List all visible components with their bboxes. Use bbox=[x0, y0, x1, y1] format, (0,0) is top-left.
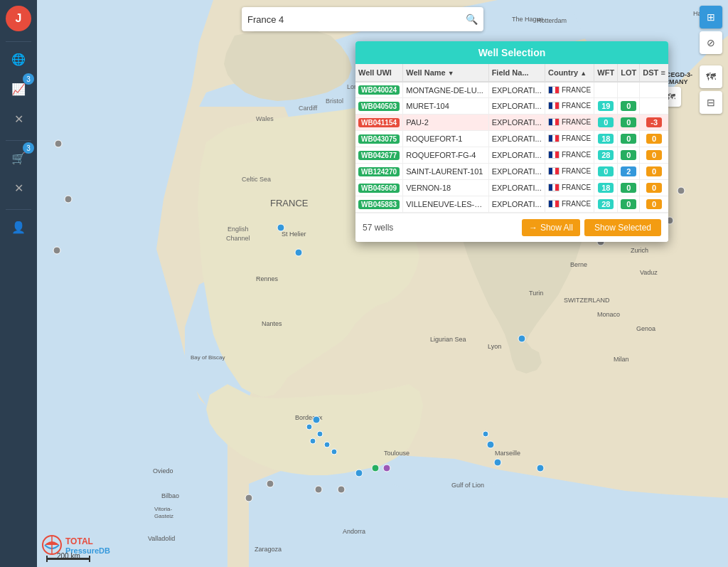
uwi-cell: WB043075 bbox=[355, 131, 403, 147]
dst-cell bbox=[640, 82, 668, 98]
svg-text:Andorra: Andorra bbox=[343, 528, 365, 535]
cart-badge: 3 bbox=[23, 142, 34, 154]
grid-select-btn[interactable]: ⊞ bbox=[700, 6, 722, 28]
well-name-cell: MONTAGNE-DE-LU... bbox=[403, 82, 488, 98]
svg-text:English: English bbox=[228, 226, 249, 233]
search-input[interactable] bbox=[247, 14, 466, 25]
col-lot[interactable]: LOT bbox=[618, 64, 640, 82]
svg-point-59 bbox=[267, 480, 274, 487]
dst-cell: 0 bbox=[640, 196, 668, 213]
layers-badge: 3 bbox=[23, 73, 34, 85]
table-row[interactable]: WB045609VERNON-18EXPLORATI... FRANCE 180… bbox=[355, 180, 668, 196]
col-wellname[interactable]: Well Name ▼ bbox=[403, 64, 488, 82]
dst-cell: -3 bbox=[640, 115, 668, 131]
user-nav-icon[interactable]: 👤 bbox=[6, 214, 31, 240]
modal-footer: 57 wells → Show All Show Selected bbox=[355, 213, 668, 242]
wft-cell: 0 bbox=[594, 115, 618, 131]
lot-cell: 0 bbox=[618, 115, 640, 131]
table-row[interactable]: WB043075ROQUEFORT-1EXPLORATI... FRANCE 1… bbox=[355, 131, 668, 147]
table-row[interactable]: WB040503MURET-104EXPLORATI... FRANCE 190 bbox=[355, 98, 668, 115]
dst-cell: 0 bbox=[640, 180, 668, 196]
clear-btn[interactable]: ⊘ bbox=[700, 31, 722, 54]
svg-text:Bristol: Bristol bbox=[326, 97, 343, 105]
show-all-icon: → bbox=[529, 223, 537, 233]
uwi-cell: WB040024 bbox=[355, 82, 403, 98]
svg-text:Cardiff: Cardiff bbox=[299, 105, 318, 112]
country-cell: FRANCE bbox=[545, 196, 594, 213]
svg-point-67 bbox=[55, 140, 62, 147]
svg-text:Turin: Turin bbox=[529, 290, 543, 297]
lot-cell bbox=[618, 82, 640, 98]
wft-cell bbox=[594, 82, 618, 98]
well-name-cell: VERNON-18 bbox=[403, 180, 488, 196]
svg-text:Oviedo: Oviedo bbox=[153, 467, 173, 475]
svg-text:Rennes: Rennes bbox=[256, 275, 279, 282]
map-view-btn[interactable]: 🗺 bbox=[700, 65, 722, 88]
svg-text:St Helier: St Helier bbox=[282, 230, 306, 238]
cart-nav-icon[interactable]: 🛒 3 bbox=[6, 145, 31, 171]
table-row[interactable]: WB042677ROQUEFORT-FG-4EXPLORATI... FRANC… bbox=[355, 147, 668, 164]
col-dst[interactable]: DST ≡ bbox=[640, 64, 668, 82]
field-name-cell: EXPLORATI... bbox=[488, 82, 545, 98]
svg-text:Nantes: Nantes bbox=[262, 320, 282, 327]
col-uwi[interactable]: Well UWI bbox=[355, 64, 403, 82]
field-name-cell: EXPLORATI... bbox=[488, 115, 545, 131]
layers-x-icon[interactable]: ✕ bbox=[6, 106, 31, 132]
well-table: Well UWI Well Name ▼ Field Na... Country… bbox=[355, 64, 668, 213]
sidebar-divider-1 bbox=[6, 41, 31, 42]
layers-nav-icon[interactable]: 📈 3 bbox=[6, 76, 31, 102]
svg-text:Gasteiz: Gasteiz bbox=[154, 513, 173, 519]
uwi-cell: WB041154 bbox=[355, 115, 403, 131]
sidebar-divider-2 bbox=[6, 140, 31, 141]
show-all-btn[interactable]: → Show All bbox=[522, 219, 580, 236]
scale-bar: 200 km bbox=[57, 552, 80, 560]
lot-cell: 0 bbox=[618, 147, 640, 164]
dst-cell: 0 bbox=[640, 147, 668, 164]
user-avatar[interactable]: J bbox=[6, 6, 31, 31]
svg-point-53 bbox=[483, 431, 488, 437]
svg-point-56 bbox=[678, 187, 685, 194]
sidebar-divider-3 bbox=[6, 209, 31, 210]
globe-nav-icon[interactable]: 🌐 bbox=[6, 46, 31, 72]
svg-point-41 bbox=[295, 249, 302, 256]
country-cell: FRANCE bbox=[545, 131, 594, 147]
svg-point-68 bbox=[65, 196, 72, 203]
svg-point-63 bbox=[355, 470, 363, 477]
svg-text:Genoa: Genoa bbox=[636, 325, 655, 332]
svg-point-50 bbox=[537, 465, 544, 472]
wft-cell: 28 bbox=[594, 147, 618, 164]
well-table-wrapper[interactable]: Well UWI Well Name ▼ Field Na... Country… bbox=[355, 64, 668, 213]
field-name-cell: EXPLORATI... bbox=[488, 98, 545, 115]
svg-text:Monaco: Monaco bbox=[597, 311, 620, 318]
svg-point-61 bbox=[315, 486, 322, 493]
table-row[interactable]: WB041154PAU-2EXPLORATI... FRANCE 00-3 bbox=[355, 115, 668, 131]
lot-cell: 0 bbox=[618, 180, 640, 196]
svg-point-62 bbox=[338, 486, 345, 493]
svg-point-47 bbox=[331, 449, 337, 455]
table-view-btn[interactable]: ⊟ bbox=[700, 91, 722, 114]
wft-cell: 18 bbox=[594, 131, 618, 147]
svg-rect-72 bbox=[89, 556, 90, 562]
col-country[interactable]: Country ▲ bbox=[545, 64, 594, 82]
field-name-cell: EXPLORATI... bbox=[488, 164, 545, 180]
svg-point-44 bbox=[317, 431, 323, 437]
svg-text:Marseille: Marseille bbox=[495, 450, 520, 457]
svg-text:Rotterdam: Rotterdam bbox=[537, 17, 567, 24]
table-row[interactable]: WB040024MONTAGNE-DE-LU...EXPLORATI... FR… bbox=[355, 82, 668, 98]
svg-point-65 bbox=[383, 465, 390, 472]
table-row[interactable]: WB045883VILLENEUVE-LES-B...EXPLORATI... … bbox=[355, 196, 668, 213]
table-row[interactable]: WB124270SAINT-LAURENT-101EXPLORATI... FR… bbox=[355, 164, 668, 180]
field-name-cell: EXPLORATI... bbox=[488, 196, 545, 213]
svg-point-64 bbox=[372, 465, 379, 472]
show-selected-btn[interactable]: Show Selected bbox=[584, 219, 661, 236]
svg-point-66 bbox=[277, 224, 284, 231]
col-wft[interactable]: WFT bbox=[594, 64, 618, 82]
col-fieldname[interactable]: Field Na... bbox=[488, 64, 545, 82]
svg-text:Zaragoza: Zaragoza bbox=[255, 546, 282, 553]
svg-text:Channel: Channel bbox=[226, 235, 250, 242]
country-cell: FRANCE bbox=[545, 82, 594, 98]
cart-x-icon[interactable]: ✕ bbox=[6, 175, 31, 201]
svg-text:Lyon: Lyon bbox=[488, 343, 501, 350]
search-submit-icon[interactable]: 🔍 bbox=[466, 14, 478, 25]
field-name-cell: EXPLORATI... bbox=[488, 131, 545, 147]
